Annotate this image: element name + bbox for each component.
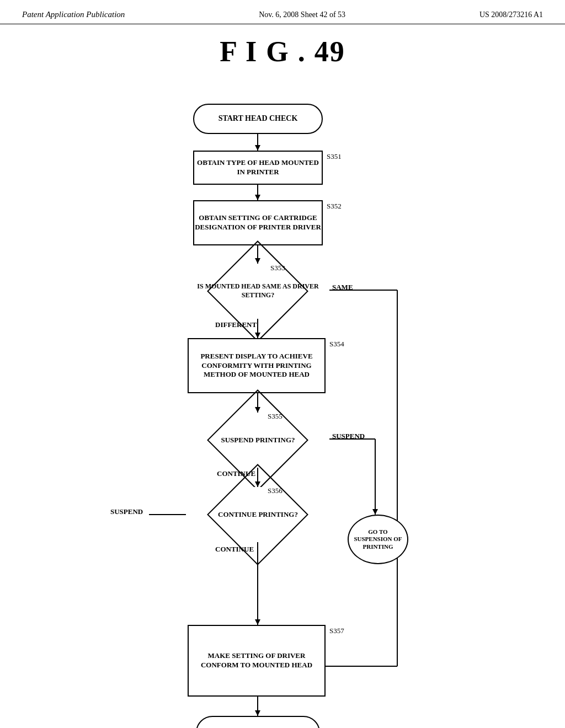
patent-number: US 2008/273216 A1 [479,10,543,19]
svg-marker-21 [255,619,260,625]
different-label: DIFFERENT [215,320,257,329]
s355-diamond: SUSPEND PRINTING? [188,413,328,468]
suspend-label-s355: SUSPEND [332,432,365,441]
s357-label: S357 [329,627,344,635]
s357-box: MAKE SETTING OF DRIVER CONFORM TO MOUNTE… [188,625,326,697]
page-header: Patent Application Publication Nov. 6, 2… [0,0,565,24]
svg-marker-16 [372,509,378,515]
s354-box: PRESENT DISPLAY TO ACHIEVE CONFORMITY WI… [188,338,326,393]
s354-label: S354 [329,340,344,349]
svg-marker-23 [255,710,260,716]
s355-label: S355 [268,412,282,421]
s356-label: S356 [268,486,282,495]
svg-marker-1 [255,145,260,151]
s352-label: S352 [327,202,342,211]
suspend-label-s356: SUSPEND [110,507,143,516]
svg-marker-3 [255,195,260,200]
s351-label: S351 [327,152,342,161]
same-label: SAME [332,283,353,292]
s352-box: OBTAIN SETTING OF CARTRIDGE DESIGNATION … [193,200,323,245]
end-node: GO TO PRINT PROCESSING [196,716,320,728]
s351-box: OBTAIN TYPE OF HEAD MOUNTED IN PRINTER [193,151,323,185]
flowchart-diagram: START HEAD CHECK OBTAIN TYPE OF HEAD MOU… [0,73,565,728]
continue-label-s356: CONTINUE [215,545,254,554]
suspension-circle: GO TO SUSPENSION OF PRINTING [348,515,408,564]
publication-title: Patent Application Publication [22,10,125,19]
start-node: START HEAD CHECK [193,104,323,134]
s356-diamond: CONTINUE PRINTING? [188,487,328,542]
s353-diamond: IS MOUNTED HEAD SAME AS DRIVER SETTING? [188,264,328,319]
figure-title: F I G . 49 [0,35,565,68]
s353-label: S353 [270,264,285,272]
date-sheet: Nov. 6, 2008 Sheet 42 of 53 [259,10,345,19]
